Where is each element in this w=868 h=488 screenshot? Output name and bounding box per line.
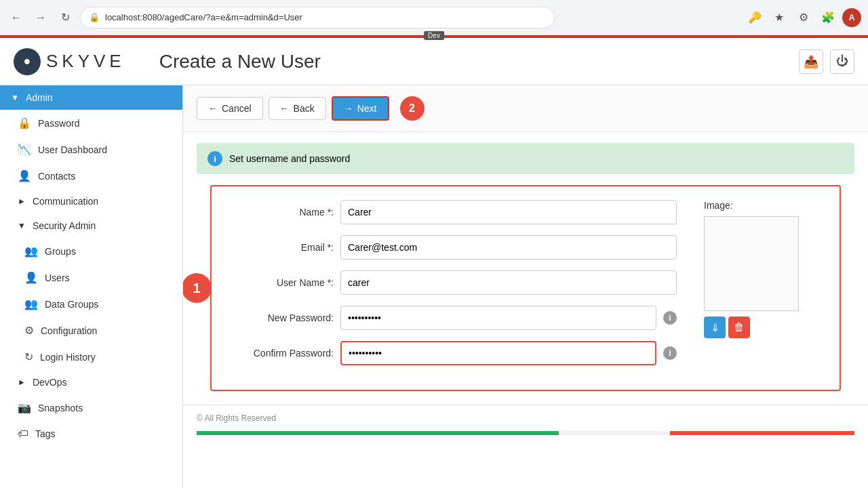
star-icon-btn[interactable]: ★: [769, 7, 789, 28]
sidebar-item-label-users: Users: [45, 272, 70, 283]
header-right: 📤 ⏻: [799, 49, 854, 74]
sidebar-item-configuration[interactable]: ⚙ Configuration: [14, 317, 182, 344]
content-area: ← Cancel ← Back → Next 2 i Set username …: [183, 85, 868, 488]
sidebar: ▼ Admin 🔒 Password 📉 User Dashboard 👤 Co…: [0, 85, 183, 488]
snapshots-icon: 📷: [18, 401, 31, 414]
chevron-right-icon: ►: [18, 197, 26, 206]
info-message: Set username and password: [229, 153, 350, 164]
history-icon: ↻: [24, 350, 33, 363]
chevron-down-icon: ▼: [11, 93, 19, 102]
sidebar-item-password[interactable]: 🔒 Password: [7, 110, 182, 136]
form-fields: Name *: Email *: User Name *:: [225, 200, 677, 376]
puzzle-icon-btn[interactable]: 🧩: [818, 7, 838, 28]
browser-chrome: ← → ↻ 🔒 localhost:8080/agedCare/?a=e&m=a…: [0, 0, 868, 35]
data-groups-icon: 👥: [24, 298, 38, 310]
sidebar-item-user-dashboard[interactable]: 📉 User Dashboard: [7, 136, 182, 163]
forward-nav-button[interactable]: →: [31, 8, 50, 27]
email-row: Email *:: [225, 235, 677, 260]
info-bar: i Set username and password: [197, 143, 854, 174]
new-password-info-icon[interactable]: i: [663, 311, 677, 325]
username-input[interactable]: [340, 270, 677, 295]
url-text: localhost:8080/agedCare/?a=e&m=admin&d=U…: [105, 12, 302, 22]
sidebar-item-label-groups: Groups: [45, 246, 76, 257]
sidebar-item-label-snapshots: Snapshots: [38, 403, 83, 413]
lock-icon: 🔒: [89, 12, 100, 22]
users-icon: 👤: [24, 271, 38, 284]
sidebar-admin-children: 🔒 Password 📉 User Dashboard 👤 Contacts ►…: [0, 110, 182, 447]
back-nav-button[interactable]: ←: [7, 8, 26, 27]
confirm-password-input[interactable]: [340, 341, 656, 365]
progress-green: [197, 431, 559, 435]
dev-label: Dev: [424, 31, 444, 40]
sidebar-item-label-contacts: Contacts: [38, 171, 75, 182]
key-icon-btn[interactable]: 🔑: [745, 7, 765, 28]
next-button[interactable]: → Next: [332, 96, 389, 121]
sidebar-item-contacts[interactable]: 👤 Contacts: [7, 163, 182, 189]
logo-text: SKYVE: [46, 51, 125, 72]
name-label: Name *:: [225, 207, 334, 218]
sidebar-item-label-data-groups: Data Groups: [45, 299, 98, 310]
email-input[interactable]: [340, 235, 677, 260]
tags-icon: 🏷: [18, 428, 28, 440]
sidebar-item-devops[interactable]: ► DevOps: [7, 370, 182, 394]
new-password-input[interactable]: [340, 306, 656, 330]
new-password-row: New Password: i: [225, 306, 677, 330]
sidebar-item-users[interactable]: 👤 Users: [14, 264, 182, 291]
sidebar-item-groups[interactable]: 👥 Groups: [14, 238, 182, 264]
sidebar-item-security-admin[interactable]: ▼ Security Admin: [7, 214, 182, 238]
cancel-button[interactable]: ← Cancel: [197, 97, 263, 120]
cancel-arrow-icon: ←: [208, 103, 218, 114]
share-button[interactable]: 📤: [799, 49, 823, 74]
logo-initial: ●: [24, 54, 31, 68]
power-button[interactable]: ⏻: [830, 49, 854, 74]
sidebar-item-communication[interactable]: ► Communication: [7, 189, 182, 214]
sidebar-item-tags[interactable]: 🏷 Tags: [7, 421, 182, 447]
progress-red: [670, 431, 854, 435]
dev-banner: Dev: [0, 35, 868, 38]
sidebar-item-label-configuration: Configuration: [41, 325, 97, 336]
back-button[interactable]: ← Back: [269, 97, 326, 120]
sidebar-item-label-admin: Admin: [26, 92, 53, 103]
sidebar-item-admin[interactable]: ▼ Admin: [0, 85, 182, 110]
sidebar-item-label-communication: Communication: [33, 196, 98, 207]
name-input[interactable]: [340, 200, 677, 224]
info-icon: i: [208, 151, 222, 166]
name-row: Name *:: [225, 200, 677, 224]
sidebar-item-label-user-dashboard: User Dashboard: [38, 144, 107, 155]
app-header: ● SKYVE Create a New User 📤 ⏻: [0, 38, 868, 85]
toolbar: ← Cancel ← Back → Next 2: [183, 85, 868, 132]
email-label: Email *:: [225, 242, 334, 253]
footer: © All Rights Reserved: [183, 405, 868, 431]
confirm-password-info-icon[interactable]: i: [663, 346, 677, 360]
new-password-label: New Password:: [225, 312, 334, 323]
upload-image-button[interactable]: ⇓: [704, 317, 726, 338]
reload-button[interactable]: ↻: [56, 8, 75, 27]
user-avatar[interactable]: A: [842, 8, 861, 27]
sidebar-item-label-password: Password: [38, 118, 79, 129]
delete-image-button[interactable]: 🗑: [728, 317, 750, 338]
logo: ● SKYVE: [14, 48, 125, 75]
username-row: User Name *:: [225, 270, 677, 295]
extension-icon-btn[interactable]: ⚙: [793, 7, 814, 28]
sidebar-item-data-groups[interactable]: 👥 Data Groups: [14, 291, 182, 317]
form-container: Name *: Email *: User Name *:: [210, 185, 841, 391]
step-1-badge: 1: [183, 273, 212, 303]
address-bar[interactable]: 🔒 localhost:8080/agedCare/?a=e&m=admin&d…: [80, 7, 555, 28]
image-section: Image: ⇓ 🗑: [704, 200, 826, 376]
sidebar-item-label-security-admin: Security Admin: [33, 220, 96, 231]
back-label: Back: [294, 103, 315, 114]
sidebar-security-admin-children: 👥 Groups 👤 Users 👥 Data Groups ⚙ Configu…: [7, 238, 182, 370]
back-arrow-icon: ←: [280, 103, 290, 114]
logo-icon: ●: [14, 48, 41, 75]
image-actions: ⇓ 🗑: [704, 317, 826, 338]
sidebar-item-login-history[interactable]: ↻ Login History: [14, 344, 182, 370]
cancel-label: Cancel: [222, 103, 252, 114]
configuration-icon: ⚙: [24, 324, 34, 337]
progress-bar: [197, 431, 854, 435]
confirm-password-row: Confirm Password: i: [225, 341, 677, 365]
groups-icon: 👥: [24, 245, 38, 258]
sidebar-item-label-devops: DevOps: [33, 377, 67, 388]
main-layout: ▼ Admin 🔒 Password 📉 User Dashboard 👤 Co…: [0, 85, 868, 488]
chevron-down-icon-2: ▼: [18, 221, 26, 230]
sidebar-item-snapshots[interactable]: 📷 Snapshots: [7, 394, 182, 421]
